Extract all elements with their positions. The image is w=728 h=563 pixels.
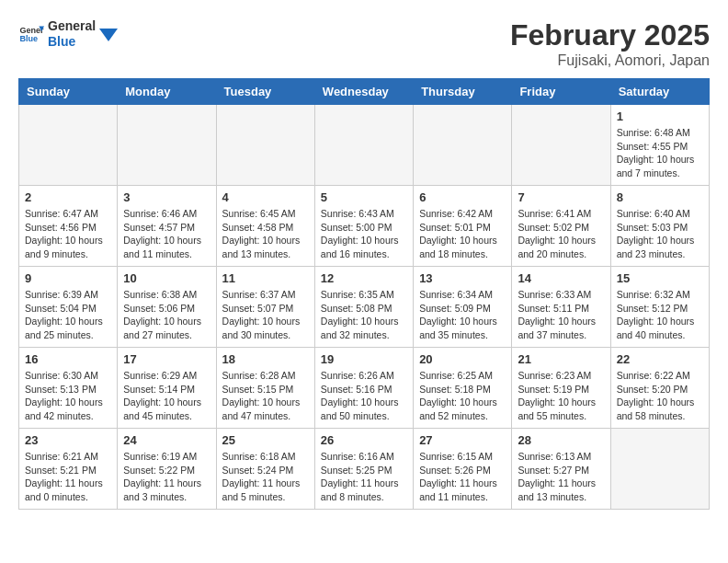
day-cell: 1Sunrise: 6:48 AM Sunset: 4:55 PM Daylig… [610,105,709,186]
day-number: 19 [321,352,407,366]
day-cell: 5Sunrise: 6:43 AM Sunset: 5:00 PM Daylig… [314,186,413,267]
day-cell: 6Sunrise: 6:42 AM Sunset: 5:01 PM Daylig… [414,186,512,267]
header: General Blue General Blue February 2025 … [18,18,710,69]
day-cell [314,105,413,186]
week-row-4: 16Sunrise: 6:30 AM Sunset: 5:13 PM Dayli… [19,348,710,429]
day-number: 10 [123,271,210,285]
day-info: Sunrise: 6:22 AM Sunset: 5:20 PM Dayligh… [617,369,703,423]
day-cell: 14Sunrise: 6:33 AM Sunset: 5:11 PM Dayli… [512,267,610,348]
day-number: 18 [222,352,309,366]
day-number: 23 [25,433,111,447]
day-number: 6 [419,190,506,204]
day-cell: 3Sunrise: 6:46 AM Sunset: 4:57 PM Daylig… [118,186,216,267]
weekday-header-monday: Monday [118,79,216,105]
weekday-header-sunday: Sunday [19,79,118,105]
title-area: February 2025 Fujisaki, Aomori, Japan [510,18,710,69]
day-number: 9 [25,271,111,285]
weekday-header-tuesday: Tuesday [216,79,314,105]
day-info: Sunrise: 6:28 AM Sunset: 5:15 PM Dayligh… [222,369,309,423]
day-cell: 19Sunrise: 6:26 AM Sunset: 5:16 PM Dayli… [314,348,413,429]
day-info: Sunrise: 6:18 AM Sunset: 5:24 PM Dayligh… [222,450,309,504]
day-cell: 10Sunrise: 6:38 AM Sunset: 5:06 PM Dayli… [118,267,216,348]
day-info: Sunrise: 6:45 AM Sunset: 4:58 PM Dayligh… [222,207,309,261]
weekday-header-wednesday: Wednesday [314,79,413,105]
day-info: Sunrise: 6:21 AM Sunset: 5:21 PM Dayligh… [25,450,111,504]
weekday-header-friday: Friday [512,79,610,105]
day-cell: 12Sunrise: 6:35 AM Sunset: 5:08 PM Dayli… [314,267,413,348]
svg-text:Blue: Blue [19,34,38,43]
day-info: Sunrise: 6:43 AM Sunset: 5:00 PM Dayligh… [321,207,407,261]
day-cell: 13Sunrise: 6:34 AM Sunset: 5:09 PM Dayli… [414,267,512,348]
day-info: Sunrise: 6:23 AM Sunset: 5:19 PM Dayligh… [518,369,604,423]
day-number: 16 [25,352,111,366]
week-row-2: 2Sunrise: 6:47 AM Sunset: 4:56 PM Daylig… [19,186,710,267]
day-cell: 8Sunrise: 6:40 AM Sunset: 5:03 PM Daylig… [610,186,709,267]
day-cell [118,105,216,186]
location: Fujisaki, Aomori, Japan [510,52,710,69]
logo-icon: General Blue [18,21,44,47]
day-cell [19,105,118,186]
day-number: 22 [617,352,703,366]
weekday-header-row: SundayMondayTuesdayWednesdayThursdayFrid… [19,79,710,105]
day-info: Sunrise: 6:13 AM Sunset: 5:27 PM Dayligh… [518,450,604,504]
day-number: 28 [518,433,604,447]
logo-general: General [48,18,96,34]
day-cell: 21Sunrise: 6:23 AM Sunset: 5:19 PM Dayli… [512,348,610,429]
week-row-3: 9Sunrise: 6:39 AM Sunset: 5:04 PM Daylig… [19,267,710,348]
day-number: 17 [123,352,210,366]
day-cell: 11Sunrise: 6:37 AM Sunset: 5:07 PM Dayli… [216,267,314,348]
logo: General Blue General Blue [18,18,118,50]
day-cell: 7Sunrise: 6:41 AM Sunset: 5:02 PM Daylig… [512,186,610,267]
day-cell [414,105,512,186]
day-info: Sunrise: 6:38 AM Sunset: 5:06 PM Dayligh… [123,288,210,342]
day-number: 1 [617,109,703,123]
day-number: 14 [518,271,604,285]
day-cell: 28Sunrise: 6:13 AM Sunset: 5:27 PM Dayli… [512,429,610,510]
day-info: Sunrise: 6:48 AM Sunset: 4:55 PM Dayligh… [617,126,703,180]
day-cell: 16Sunrise: 6:30 AM Sunset: 5:13 PM Dayli… [19,348,118,429]
day-cell: 15Sunrise: 6:32 AM Sunset: 5:12 PM Dayli… [610,267,709,348]
day-number: 5 [321,190,407,204]
day-number: 3 [123,190,210,204]
day-cell: 9Sunrise: 6:39 AM Sunset: 5:04 PM Daylig… [19,267,118,348]
day-info: Sunrise: 6:15 AM Sunset: 5:26 PM Dayligh… [419,450,506,504]
weekday-header-saturday: Saturday [610,79,709,105]
day-cell [512,105,610,186]
day-number: 7 [518,190,604,204]
logo-blue: Blue [48,34,96,50]
day-info: Sunrise: 6:32 AM Sunset: 5:12 PM Dayligh… [617,288,703,342]
day-info: Sunrise: 6:35 AM Sunset: 5:08 PM Dayligh… [321,288,407,342]
day-info: Sunrise: 6:33 AM Sunset: 5:11 PM Dayligh… [518,288,604,342]
logo-arrow-icon [99,25,118,43]
day-number: 21 [518,352,604,366]
day-info: Sunrise: 6:39 AM Sunset: 5:04 PM Dayligh… [25,288,111,342]
day-info: Sunrise: 6:46 AM Sunset: 4:57 PM Dayligh… [123,207,210,261]
day-cell: 4Sunrise: 6:45 AM Sunset: 4:58 PM Daylig… [216,186,314,267]
day-info: Sunrise: 6:16 AM Sunset: 5:25 PM Dayligh… [321,450,407,504]
day-number: 8 [617,190,703,204]
day-number: 20 [419,352,506,366]
day-cell [216,105,314,186]
weekday-header-thursday: Thursday [414,79,512,105]
day-number: 25 [222,433,309,447]
day-number: 2 [25,190,111,204]
calendar: SundayMondayTuesdayWednesdayThursdayFrid… [18,78,710,510]
day-info: Sunrise: 6:41 AM Sunset: 5:02 PM Dayligh… [518,207,604,261]
day-info: Sunrise: 6:26 AM Sunset: 5:16 PM Dayligh… [321,369,407,423]
day-cell: 18Sunrise: 6:28 AM Sunset: 5:15 PM Dayli… [216,348,314,429]
day-cell: 26Sunrise: 6:16 AM Sunset: 5:25 PM Dayli… [314,429,413,510]
day-cell: 25Sunrise: 6:18 AM Sunset: 5:24 PM Dayli… [216,429,314,510]
day-cell: 20Sunrise: 6:25 AM Sunset: 5:18 PM Dayli… [414,348,512,429]
day-number: 27 [419,433,506,447]
day-info: Sunrise: 6:42 AM Sunset: 5:01 PM Dayligh… [419,207,506,261]
day-info: Sunrise: 6:19 AM Sunset: 5:22 PM Dayligh… [123,450,210,504]
day-cell: 2Sunrise: 6:47 AM Sunset: 4:56 PM Daylig… [19,186,118,267]
day-number: 15 [617,271,703,285]
day-cell: 22Sunrise: 6:22 AM Sunset: 5:20 PM Dayli… [610,348,709,429]
day-info: Sunrise: 6:37 AM Sunset: 5:07 PM Dayligh… [222,288,309,342]
svg-marker-3 [99,29,118,41]
day-info: Sunrise: 6:25 AM Sunset: 5:18 PM Dayligh… [419,369,506,423]
day-cell: 27Sunrise: 6:15 AM Sunset: 5:26 PM Dayli… [414,429,512,510]
day-number: 11 [222,271,309,285]
day-cell: 24Sunrise: 6:19 AM Sunset: 5:22 PM Dayli… [118,429,216,510]
